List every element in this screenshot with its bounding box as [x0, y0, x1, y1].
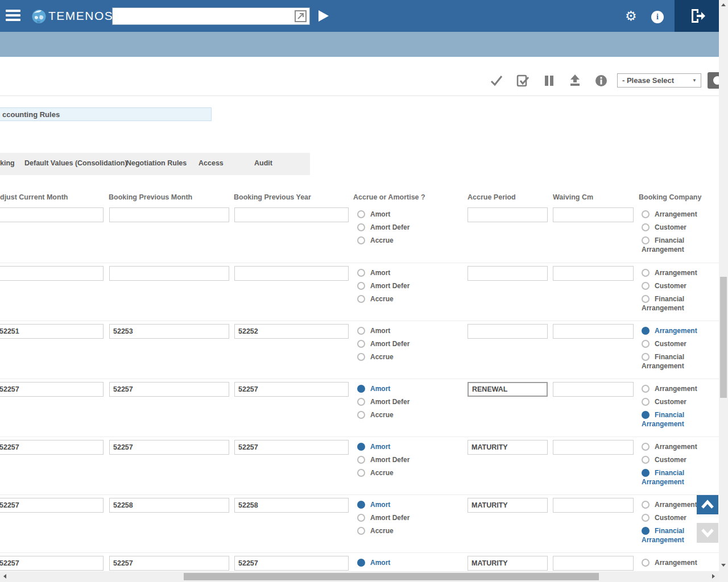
company-option-radio[interactable]: Customer — [642, 223, 718, 232]
waiving-cm-input[interactable] — [553, 440, 634, 455]
company-option-radio[interactable]: Customer — [642, 397, 718, 406]
adjust-current-month-input[interactable] — [0, 498, 104, 513]
radio-circle-icon[interactable] — [357, 527, 365, 535]
radio-circle-icon[interactable] — [642, 236, 650, 244]
radio-circle-icon[interactable] — [642, 456, 650, 464]
radio-circle-icon[interactable] — [357, 236, 365, 244]
accrue-option-radio[interactable]: Accrue — [357, 526, 460, 535]
horizontal-scrollbar-thumb[interactable] — [184, 573, 599, 580]
accrue-option-radio[interactable]: Amort Defer — [357, 281, 460, 290]
accrue-option-radio[interactable]: Amort — [357, 442, 460, 451]
adjust-current-month-input[interactable] — [0, 556, 104, 571]
radio-circle-icon[interactable] — [357, 443, 365, 451]
company-option-radio[interactable]: Arrangement — [642, 326, 718, 335]
toolbar-info-icon[interactable] — [594, 74, 608, 88]
waiving-cm-input[interactable] — [553, 498, 634, 513]
scroll-to-top-button[interactable] — [697, 495, 718, 514]
accrue-option-radio[interactable]: Accrue — [357, 468, 460, 477]
accrue-option-radio[interactable]: Amort Defer — [357, 339, 460, 348]
accrue-period-input[interactable] — [468, 266, 548, 281]
header-info-icon[interactable]: i — [651, 11, 664, 23]
radio-circle-icon[interactable] — [357, 456, 365, 464]
accrue-period-input[interactable] — [468, 440, 548, 455]
radio-circle-icon[interactable] — [642, 385, 650, 393]
booking-previous-year-input[interactable] — [234, 556, 349, 571]
radio-circle-icon[interactable] — [357, 340, 365, 348]
tab-audit[interactable]: Audit — [254, 159, 272, 167]
tab-booking[interactable]: king — [0, 159, 15, 167]
accrue-option-radio[interactable]: Amort Defer — [357, 223, 460, 232]
accrue-option-radio[interactable]: Amort Defer — [357, 397, 460, 406]
company-option-radio[interactable]: Arrangement — [642, 558, 718, 567]
radio-circle-icon[interactable] — [642, 282, 650, 290]
waiving-cm-input[interactable] — [553, 207, 634, 222]
radio-circle-icon[interactable] — [642, 443, 650, 451]
radio-circle-icon[interactable] — [357, 501, 365, 509]
radio-circle-icon[interactable] — [642, 210, 650, 218]
radio-circle-icon[interactable] — [357, 223, 365, 231]
booking-previous-month-input[interactable] — [109, 266, 229, 281]
radio-circle-icon[interactable] — [642, 411, 650, 419]
accrue-option-radio[interactable]: Amort — [357, 500, 460, 509]
radio-circle-icon[interactable] — [642, 398, 650, 406]
radio-circle-icon[interactable] — [357, 385, 365, 393]
accrue-option-radio[interactable]: Amort — [357, 210, 460, 219]
radio-circle-icon[interactable] — [642, 501, 650, 509]
tab-negotiation-rules[interactable]: Negotiation Rules — [126, 159, 187, 167]
radio-circle-icon[interactable] — [642, 559, 650, 567]
menu-icon[interactable] — [6, 10, 20, 22]
company-option-radio[interactable]: Arrangement — [642, 210, 718, 219]
scroll-to-bottom-button[interactable] — [697, 523, 718, 543]
company-option-radio[interactable]: Financial Arrangement — [642, 410, 718, 429]
booking-previous-year-input[interactable] — [234, 382, 349, 397]
radio-circle-icon[interactable] — [357, 210, 365, 218]
company-option-radio[interactable]: Financial Arrangement — [642, 468, 718, 487]
radio-circle-icon[interactable] — [357, 327, 365, 335]
booking-previous-month-input[interactable] — [109, 498, 229, 513]
adjust-current-month-input[interactable] — [0, 382, 104, 397]
waiving-cm-input[interactable] — [553, 556, 634, 571]
radio-circle-icon[interactable] — [642, 353, 650, 361]
accrue-option-radio[interactable]: Accrue — [357, 236, 460, 245]
radio-circle-icon[interactable] — [642, 223, 650, 231]
command-search-input[interactable] — [112, 7, 310, 25]
adjust-current-month-input[interactable] — [0, 266, 104, 281]
accrue-option-radio[interactable]: Amort — [357, 268, 460, 277]
radio-circle-icon[interactable] — [357, 398, 365, 406]
company-option-radio[interactable]: Customer — [642, 455, 718, 464]
accrue-option-radio[interactable]: Amort Defer — [357, 455, 460, 464]
booking-previous-year-input[interactable] — [234, 440, 349, 455]
company-option-radio[interactable]: Financial Arrangement — [642, 352, 718, 371]
radio-circle-icon[interactable] — [642, 269, 650, 277]
scrollbar-left-arrow-icon[interactable] — [3, 574, 6, 579]
hold-pause-icon[interactable] — [543, 74, 556, 88]
upload-icon[interactable] — [568, 74, 582, 88]
accrue-option-radio[interactable]: Accrue — [357, 352, 460, 361]
scrollbar-down-arrow-icon[interactable] — [721, 564, 726, 567]
booking-previous-year-input[interactable] — [234, 498, 349, 513]
accrue-period-input[interactable] — [468, 207, 548, 222]
booking-previous-month-input[interactable] — [109, 382, 229, 397]
company-option-radio[interactable]: Arrangement — [642, 384, 718, 393]
radio-circle-icon[interactable] — [642, 327, 650, 335]
company-option-radio[interactable]: Customer — [642, 281, 718, 290]
accrue-period-input[interactable] — [468, 556, 548, 571]
company-option-radio[interactable]: Financial Arrangement — [642, 236, 718, 254]
scrollbar-right-arrow-icon[interactable] — [712, 574, 715, 579]
launch-icon[interactable] — [295, 10, 307, 22]
company-option-radio[interactable]: Customer — [642, 339, 718, 348]
accrue-option-radio[interactable]: Amort Defer — [357, 513, 460, 522]
radio-circle-icon[interactable] — [357, 295, 365, 303]
vertical-scrollbar-thumb[interactable] — [720, 277, 727, 398]
radio-circle-icon[interactable] — [642, 527, 650, 535]
radio-circle-icon[interactable] — [642, 295, 650, 303]
radio-circle-icon[interactable] — [642, 514, 650, 522]
run-command-icon[interactable] — [316, 9, 330, 23]
sign-out-button[interactable] — [675, 0, 719, 32]
booking-previous-month-input[interactable] — [109, 440, 229, 455]
accrue-option-radio[interactable]: Amort — [357, 384, 460, 393]
company-option-radio[interactable]: Customer — [642, 513, 718, 522]
waiving-cm-input[interactable] — [553, 266, 634, 281]
company-option-radio[interactable]: Financial Arrangement — [642, 294, 718, 313]
commit-check-icon[interactable] — [490, 74, 503, 88]
